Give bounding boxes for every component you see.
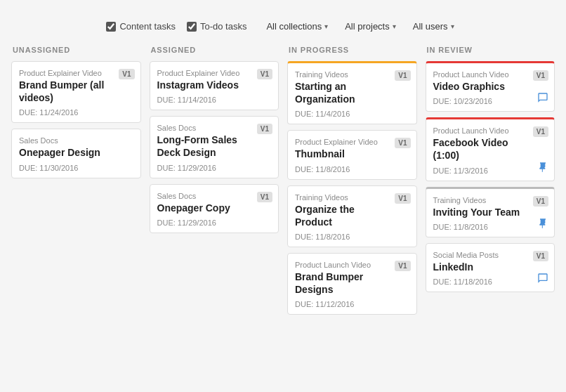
- card-card-9[interactable]: Product Launch VideoBrand Bumper Designs…: [287, 253, 417, 315]
- card-title: Facebook Video (1:00): [433, 136, 548, 162]
- dropdown-label-projects: All projects: [345, 21, 390, 32]
- card-title: Thumbnail: [295, 148, 409, 160]
- checkbox-text-content-tasks: Content tasks: [119, 21, 176, 32]
- dropdown-arrow-users: ▾: [451, 22, 454, 30]
- card-category: Sales Docs: [157, 124, 272, 132]
- card-title: Starting an Organization: [295, 80, 409, 105]
- card-category: Training Videos: [433, 196, 548, 204]
- card-due: DUE: 11/14/2016: [157, 96, 272, 104]
- version-badge: V1: [533, 196, 548, 207]
- pin-icon: [537, 162, 548, 175]
- column-in-review: IN REVIEWProduct Launch VideoVideo Graph…: [426, 46, 555, 298]
- column-header-in-review: IN REVIEW: [426, 46, 555, 54]
- card-card-12[interactable]: Training VideosInviting Your TeamV1DUE: …: [426, 187, 555, 237]
- version-badge: V1: [395, 193, 410, 204]
- version-badge: V1: [395, 70, 410, 81]
- chat-icon: [537, 273, 548, 286]
- version-badge: V1: [119, 69, 134, 79]
- card-category: Sales Docs: [19, 136, 133, 145]
- checkbox-label-content-tasks[interactable]: Content tasks: [106, 21, 176, 32]
- card-card-2[interactable]: Sales DocsOnepager DesignDUE: 11/30/2016: [11, 129, 141, 178]
- card-due: DUE: 11/24/2016: [19, 108, 133, 117]
- card-card-3[interactable]: Product Explainer VideoInstagram VideosV…: [150, 61, 279, 110]
- chat-icon: [537, 92, 548, 105]
- card-due: DUE: 10/23/2016: [433, 97, 548, 105]
- dropdown-arrow-collections: ▾: [324, 22, 328, 30]
- card-title: LinkedIn: [433, 261, 548, 273]
- card-due: DUE: 11/29/2016: [157, 218, 272, 227]
- card-category: Sales Docs: [157, 192, 272, 200]
- card-category: Social Media Posts: [433, 251, 548, 259]
- pin-icon: [537, 218, 548, 231]
- card-card-10[interactable]: Product Launch VideoVideo GraphicsV1DUE:…: [426, 61, 555, 112]
- card-title: Brand Bumper (all videos): [19, 79, 133, 104]
- dropdowns-container: All collections▾All projects▾All users▾: [261, 18, 459, 34]
- card-card-8[interactable]: Training VideosOrganize the ProductV1DUE…: [287, 185, 417, 247]
- card-title: Brand Bumper Designs: [295, 270, 409, 296]
- card-due: DUE: 11/4/2016: [295, 110, 409, 118]
- column-header-unassigned: UNASSIGNED: [11, 46, 141, 54]
- board: UNASSIGNEDProduct Explainer VideoBrand B…: [11, 46, 555, 320]
- card-card-13[interactable]: Social Media PostsLinkedInV1DUE: 11/18/2…: [426, 243, 555, 292]
- card-category: Training Videos: [295, 70, 409, 79]
- card-card-6[interactable]: Training VideosStarting an OrganizationV…: [287, 61, 417, 124]
- column-unassigned: UNASSIGNEDProduct Explainer VideoBrand B…: [11, 46, 141, 184]
- dropdown-users[interactable]: All users▾: [407, 18, 460, 34]
- dropdown-projects[interactable]: All projects▾: [339, 18, 402, 34]
- checkbox-label-todo-tasks[interactable]: To-do tasks: [187, 21, 246, 32]
- dropdown-collections[interactable]: All collections▾: [261, 18, 334, 34]
- card-due: DUE: 11/8/2016: [295, 165, 409, 174]
- card-due: DUE: 11/8/2016: [433, 223, 548, 231]
- card-category: Product Explainer Video: [157, 69, 272, 77]
- version-badge: V1: [395, 138, 410, 148]
- card-due: DUE: 11/29/2016: [157, 164, 272, 172]
- version-badge: V1: [533, 70, 548, 81]
- version-badge: V1: [533, 251, 548, 261]
- column-in-progress: IN PROGRESSTraining VideosStarting an Or…: [287, 46, 417, 320]
- card-due: DUE: 11/8/2016: [295, 233, 409, 241]
- dropdown-label-users: All users: [413, 21, 448, 32]
- card-card-5[interactable]: Sales DocsOnepager CopyV1DUE: 11/29/2016: [150, 184, 279, 233]
- card-category: Product Launch Video: [433, 126, 548, 135]
- card-due: DUE: 11/12/2016: [295, 300, 409, 308]
- dropdown-arrow-projects: ▾: [393, 22, 396, 30]
- dropdown-label-collections: All collections: [266, 21, 322, 32]
- card-title: Long-Form Sales Deck Design: [157, 133, 272, 159]
- card-due: DUE: 11/3/2016: [433, 166, 548, 175]
- card-title: Onepager Copy: [157, 202, 272, 214]
- card-title: Organize the Product: [295, 203, 409, 228]
- card-title: Instagram Videos: [157, 79, 272, 91]
- card-due: DUE: 11/18/2016: [433, 277, 548, 286]
- version-badge: V1: [257, 69, 272, 79]
- version-badge: V1: [257, 192, 272, 202]
- card-category: Product Launch Video: [295, 261, 409, 269]
- card-card-1[interactable]: Product Explainer VideoBrand Bumper (all…: [11, 61, 141, 123]
- version-badge: V1: [257, 124, 272, 134]
- column-header-assigned: ASSIGNED: [150, 46, 279, 54]
- checkbox-todo-tasks[interactable]: [187, 22, 197, 32]
- card-category: Training Videos: [295, 193, 409, 202]
- app-container: Content tasksTo-do tasks All collections…: [0, 0, 566, 392]
- card-card-4[interactable]: Sales DocsLong-Form Sales Deck DesignV1D…: [150, 116, 279, 178]
- card-title: Video Graphics: [433, 80, 548, 93]
- version-badge: V1: [533, 126, 548, 137]
- card-title: Inviting Your Team: [433, 206, 548, 218]
- card-card-11[interactable]: Product Launch VideoFacebook Video (1:00…: [426, 117, 555, 181]
- card-category: Product Launch Video: [433, 70, 548, 79]
- card-due: DUE: 11/30/2016: [19, 164, 133, 172]
- card-category: Product Explainer Video: [295, 138, 409, 146]
- card-card-7[interactable]: Product Explainer VideoThumbnailV1DUE: 1…: [287, 130, 417, 179]
- toolbar: Content tasksTo-do tasks All collections…: [11, 11, 555, 46]
- column-header-in-progress: IN PROGRESS: [287, 46, 417, 54]
- card-category: Product Explainer Video: [19, 69, 133, 77]
- checkbox-text-todo-tasks: To-do tasks: [200, 21, 246, 32]
- column-assigned: ASSIGNEDProduct Explainer VideoInstagram…: [150, 46, 279, 239]
- version-badge: V1: [395, 261, 410, 271]
- checkboxes-container: Content tasksTo-do tasks: [106, 21, 246, 32]
- checkbox-content-tasks[interactable]: [106, 22, 116, 32]
- card-title: Onepager Design: [19, 146, 133, 159]
